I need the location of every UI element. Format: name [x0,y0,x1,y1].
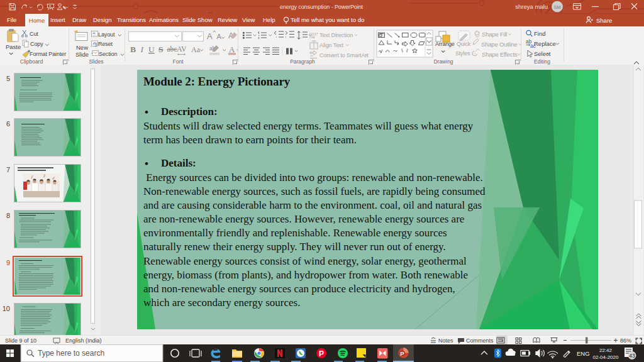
svg-text:I: I [140,45,145,54]
svg-text:Shape Fill: Shape Fill [482,31,507,38]
svg-text:Quick: Quick [457,41,471,47]
svg-text:Select: Select [534,50,551,57]
svg-text:B: B [130,45,136,54]
svg-text:A: A [207,31,213,41]
svg-text:Aa: Aa [191,45,201,54]
svg-text:Shape Outline: Shape Outline [481,41,518,48]
svg-text:U: U [148,45,155,54]
svg-text:Convert to SmartArt: Convert to SmartArt [319,52,369,58]
svg-text:Replace: Replace [534,40,556,47]
svg-text:43: 43 [629,353,635,359]
svg-text:A: A [217,33,222,40]
svg-text:Share: Share [596,17,612,24]
svg-text:A: A [229,45,235,54]
svg-text:Styles: Styles [455,50,470,57]
svg-text:Arrange: Arrange [435,41,455,47]
svg-text:02-04-2020: 02-04-2020 [593,354,619,360]
svg-text:shreya malu: shreya malu [515,3,548,10]
svg-text:P: P [319,349,324,358]
svg-text:Text Direction: Text Direction [319,32,353,38]
svg-text:abc: abc [167,45,177,53]
svg-text:22:42: 22:42 [599,348,613,353]
svg-text:SM: SM [553,4,560,10]
svg-text:Type here to search: Type here to search [38,349,104,358]
svg-text:AV: AV [177,45,187,53]
svg-text:ENG: ENG [577,350,590,357]
svg-text:Shape Effects: Shape Effects [482,51,518,58]
svg-text:Find: Find [534,30,545,37]
svg-text:Paste: Paste [6,43,21,50]
svg-text:Align Text: Align Text [319,42,343,48]
svg-text:New: New [76,44,88,51]
svg-text:S: S [158,45,164,54]
svg-text:Slide: Slide [75,51,89,58]
svg-text:P: P [400,350,404,357]
svg-text:energy consumption - PowerPo: energy consumption - PowerPoint [280,4,364,10]
